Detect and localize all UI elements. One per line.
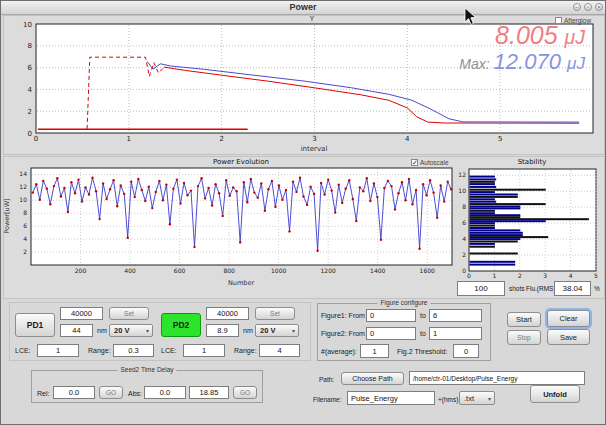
extension-dropdown[interactable]: .txt xyxy=(459,391,495,405)
figure-configure-title: Figure configure xyxy=(378,299,431,306)
svg-text:0: 0 xyxy=(467,272,471,279)
rms-value-field: 38.04 xyxy=(554,281,591,296)
fig2-from-input[interactable]: 0 xyxy=(366,327,416,340)
choose-path-button[interactable]: Choose Path xyxy=(341,372,404,385)
svg-text:Power[uW]: Power[uW] xyxy=(3,198,11,233)
maximize-button-icon[interactable]: ▫ xyxy=(584,3,592,11)
pd2-voltage-value: 20 V xyxy=(260,326,275,335)
svg-text:3: 3 xyxy=(312,135,316,143)
pd1-voltage-value: 20 V xyxy=(114,326,129,335)
svg-text:5: 5 xyxy=(594,272,598,279)
shots-input[interactable]: 100 xyxy=(457,281,505,296)
extension-value: .txt xyxy=(464,394,474,403)
stop-button[interactable]: Stop xyxy=(507,330,541,345)
current-energy-unit: μJ xyxy=(565,26,585,48)
svg-text:1400: 1400 xyxy=(370,267,385,274)
svg-text:2: 2 xyxy=(219,135,223,143)
svg-text:8: 8 xyxy=(462,203,466,210)
svg-text:interval: interval xyxy=(301,145,328,153)
threshold-input[interactable]: 0 xyxy=(453,344,479,358)
pd2-voltage-dropdown[interactable]: 20 V xyxy=(255,324,299,337)
pd1-wavelength-input[interactable]: 44 xyxy=(60,324,93,337)
svg-text:4: 4 xyxy=(462,235,466,242)
svg-text:4: 4 xyxy=(569,272,573,279)
svg-text:12: 12 xyxy=(458,171,466,178)
pd2-lce-input[interactable]: 1 xyxy=(183,344,225,357)
svg-text:Y: Y xyxy=(309,15,315,23)
seed2-rel-input[interactable]: 0.0 xyxy=(53,386,95,399)
svg-text:2: 2 xyxy=(23,248,27,255)
svg-text:0: 0 xyxy=(28,130,32,138)
stability-chart: 012345024681012Stability xyxy=(456,156,606,280)
unfold-button[interactable]: Unfold xyxy=(530,385,580,403)
max-energy-value: 12.070 xyxy=(494,49,561,74)
max-energy-readout: Max:12.070 μJ xyxy=(459,49,585,75)
pd1-button[interactable]: PD1 xyxy=(15,313,55,337)
current-energy-value: 8.005 xyxy=(495,21,558,49)
svg-text:8: 8 xyxy=(23,209,27,216)
svg-text:0: 0 xyxy=(462,267,466,274)
mouse-cursor-icon xyxy=(464,7,478,27)
fig2-to-input[interactable]: 1 xyxy=(429,327,482,340)
fig1-label: Figure1: From xyxy=(321,312,365,319)
pd1-lce-input[interactable]: 1 xyxy=(37,344,79,357)
autoscale-checkbox-box[interactable]: ✓ xyxy=(411,159,418,166)
fig1-to-input[interactable]: 6 xyxy=(429,309,482,322)
window-title: Power xyxy=(1,2,605,12)
average-label: #(average): xyxy=(321,348,357,355)
autoscale-checkbox[interactable]: ✓ Autoscale xyxy=(411,159,449,166)
svg-text:600: 600 xyxy=(174,267,186,274)
svg-text:4: 4 xyxy=(405,135,410,143)
seed2-abs-go-button[interactable]: GO xyxy=(233,386,257,399)
max-energy-unit: μJ xyxy=(567,53,585,73)
clear-button[interactable]: Clear xyxy=(547,310,590,327)
pd1-set-button[interactable]: Set xyxy=(109,307,149,320)
percent-label: % xyxy=(594,285,600,292)
save-button[interactable]: Save xyxy=(547,329,590,345)
pd1-lce-label: LCE: xyxy=(15,347,31,354)
close-button-icon[interactable]: × xyxy=(595,3,603,11)
svg-text:0: 0 xyxy=(34,135,38,143)
seed2-abs-label: Abs: xyxy=(128,390,142,397)
shots-label: shots xyxy=(509,285,525,292)
pd1-gain-input[interactable]: 40000 xyxy=(60,307,103,320)
pd2-range-input[interactable]: 4 xyxy=(259,344,300,357)
start-button[interactable]: Start xyxy=(507,312,541,327)
pd2-gain-input[interactable]: 40000 xyxy=(206,307,249,320)
pd2-set-button[interactable]: Set xyxy=(255,307,295,320)
svg-text:10: 10 xyxy=(19,196,27,203)
pd1-voltage-dropdown[interactable]: 20 V xyxy=(109,324,153,337)
pd1-range-input[interactable]: 0.3 xyxy=(113,344,154,357)
pd1-nm-label: nm xyxy=(97,327,107,334)
svg-text:12: 12 xyxy=(19,183,27,190)
svg-text:Number: Number xyxy=(228,279,254,287)
svg-text:2: 2 xyxy=(518,272,522,279)
hms-suffix-label: +(hms) xyxy=(438,396,458,403)
pd2-wavelength-input[interactable]: 8.9 xyxy=(206,324,239,337)
pd2-range-label: Range: xyxy=(234,347,257,354)
path-label: Path: xyxy=(319,376,334,383)
seed2-group-title: Seed2 Time Delay xyxy=(117,366,176,373)
filename-input[interactable]: Pulse_Energy xyxy=(347,391,435,405)
svg-text:10: 10 xyxy=(23,21,32,29)
svg-text:4: 4 xyxy=(28,86,33,94)
seed2-rel-go-button[interactable]: GO xyxy=(99,386,123,399)
pd2-button[interactable]: PD2 xyxy=(161,313,201,337)
path-input[interactable]: /home/ctr-01/Desktop/Pulse_Energy xyxy=(409,371,585,385)
seed2-abs-current-field: 18.85 xyxy=(189,386,229,399)
max-label: Max: xyxy=(459,56,489,72)
minimize-button-icon[interactable]: – xyxy=(573,3,581,11)
svg-text:1: 1 xyxy=(492,272,496,279)
svg-text:200: 200 xyxy=(75,267,87,274)
svg-text:14: 14 xyxy=(19,170,27,177)
svg-text:1000: 1000 xyxy=(271,267,286,274)
rms-label: Flu.(RMS): xyxy=(526,285,557,292)
svg-text:Power Evolution: Power Evolution xyxy=(213,158,269,166)
seed2-abs-input[interactable]: 0.0 xyxy=(144,386,186,399)
average-input[interactable]: 1 xyxy=(360,344,389,358)
svg-text:1: 1 xyxy=(127,135,131,143)
svg-text:10: 10 xyxy=(458,187,466,194)
svg-text:Stability: Stability xyxy=(518,158,547,166)
fig1-from-input[interactable]: 0 xyxy=(366,309,416,322)
svg-text:800: 800 xyxy=(223,267,235,274)
